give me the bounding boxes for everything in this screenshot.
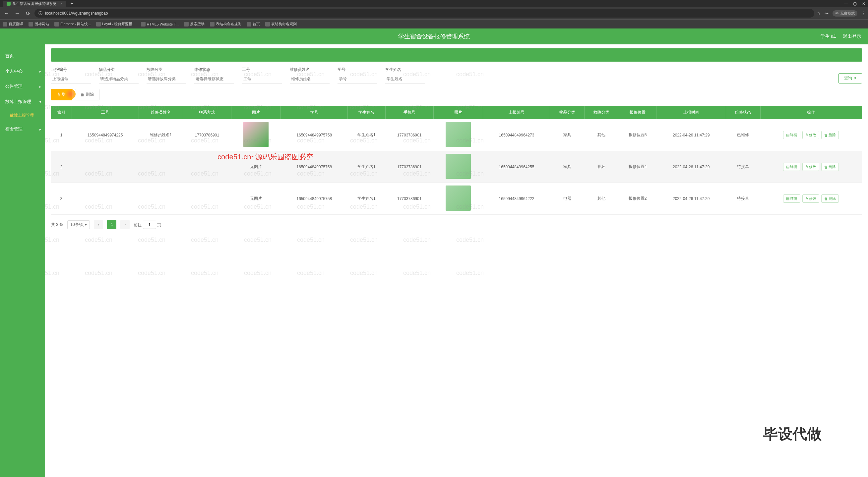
bookmark-icon <box>184 22 189 27</box>
url-input[interactable]: ⓘ localhost:8081/#/guzhangshangbao <box>34 9 814 18</box>
student-photo <box>445 154 471 179</box>
menu-icon[interactable]: ⋮ <box>861 11 865 15</box>
bookmark-item[interactable]: 百度翻译 <box>3 22 23 27</box>
watermark-text: code51.cn <box>403 237 431 243</box>
incognito-badge: 👁 无痕模式 <box>833 10 858 16</box>
item-cat-select[interactable] <box>99 74 138 83</box>
detail-button[interactable]: ▤详情 <box>783 163 800 171</box>
back-button[interactable]: ← <box>3 9 10 17</box>
minimize-button[interactable]: — <box>844 1 848 6</box>
watermark-text: code51.cn <box>456 237 484 243</box>
trash-icon: 🗑 <box>824 133 828 137</box>
watermark-text: code51.cn <box>297 270 324 277</box>
td-student-name: 学生姓名1 <box>348 183 385 215</box>
new-tab-button[interactable]: + <box>68 1 76 7</box>
delete-button[interactable]: 🗑 删除 <box>75 89 99 100</box>
watermark-text: code51.cn <box>244 237 272 243</box>
td-time: 2022-04-26 11:47:29 <box>656 183 726 215</box>
bookmark-item[interactable]: 表结构命名规则 <box>210 22 241 27</box>
filter-label: 维修状态 <box>194 67 234 73</box>
th: 图片 <box>231 106 281 119</box>
edit-button[interactable]: ✎修改 <box>802 131 819 139</box>
bookmark-item[interactable]: Layui - 经典开源模... <box>96 22 135 27</box>
td-time: 2022-04-26 11:47:29 <box>656 151 726 183</box>
student-no-input[interactable] <box>338 74 377 83</box>
main-content: 上报编号 物品分类 故障分类 维修状态 工号 维修员姓名 <box>45 44 868 477</box>
row-delete-button[interactable]: 🗑删除 <box>821 131 839 139</box>
td-item-cat: 电器 <box>550 183 585 215</box>
watermark-text: code51.cn <box>138 270 165 277</box>
page-size-select[interactable]: 10条/页 ▾ <box>67 220 90 229</box>
bookmark-item[interactable]: 表结构命名规则 <box>265 22 297 27</box>
bookmark-icon <box>265 22 270 27</box>
query-button[interactable]: 查询 ⚲ <box>838 73 862 83</box>
watermark-text: code51.cn <box>350 44 378 45</box>
repair-status-select[interactable] <box>194 74 234 83</box>
student-name-input[interactable] <box>385 74 425 83</box>
browser-tab[interactable]: 学生宿舍设备报修管理系统 × <box>3 1 66 7</box>
td-worker-no <box>72 183 138 215</box>
td-loc: 报修位置4 <box>619 151 656 183</box>
td-status: 待接单 <box>726 183 761 215</box>
th: 物品分类 <box>550 106 585 119</box>
bookmark-item[interactable]: 图标网站 <box>29 22 49 27</box>
detail-button[interactable]: ▤详情 <box>783 195 800 203</box>
fault-cat-select[interactable] <box>147 74 186 83</box>
worker-name-input[interactable] <box>290 74 330 83</box>
window-controls: — ▢ ✕ <box>844 1 865 6</box>
add-button[interactable]: 新增 <box>51 89 72 100</box>
star-icon[interactable]: ☆ <box>817 11 820 15</box>
bookmark-icon <box>96 22 101 27</box>
sidebar-item-profile[interactable]: 个人中心 <box>0 64 45 79</box>
report-no-input[interactable] <box>51 74 91 83</box>
watermark-big: 毕设代做 <box>763 424 822 444</box>
td-worker-name <box>138 183 183 215</box>
close-window-button[interactable]: ✕ <box>862 1 865 6</box>
bookmark-item[interactable]: Element - 网站快... <box>54 22 91 27</box>
sidebar-item-dorm[interactable]: 宿舍管理 <box>0 122 45 137</box>
close-tab-icon[interactable]: × <box>60 2 62 6</box>
td-photo <box>433 151 483 183</box>
sidebar-item-notice[interactable]: 公告管理 <box>0 79 45 94</box>
td-idx: 1 <box>51 119 72 151</box>
detail-button[interactable]: ▤详情 <box>783 131 800 139</box>
table-row: 3 无图片 1650944849975758 学生姓名1 17703786901… <box>51 183 862 215</box>
bookmark-item[interactable]: 搜索壁纸 <box>184 22 205 27</box>
sidebar: 首页 个人中心 公告管理 故障上报管理 故障上报管理 宿舍管理 <box>0 44 45 477</box>
next-page-button[interactable]: › <box>120 220 130 229</box>
td-item-cat: 家具 <box>550 119 585 151</box>
bookmarks-bar: 百度翻译 图标网站 Element - 网站快... Layui - 经典开源模… <box>0 19 868 29</box>
td-img <box>231 119 281 151</box>
user-label[interactable]: 学生 a1 <box>820 33 836 39</box>
th: 联系方式 <box>183 106 231 119</box>
no-image-text: 无图片 <box>250 164 262 169</box>
page-number-button[interactable]: 1 <box>107 220 116 229</box>
edit-button[interactable]: ✎修改 <box>802 195 819 203</box>
sidebar-item-fault-report[interactable]: 故障上报管理 <box>0 94 45 109</box>
key-icon[interactable]: ⊶ <box>825 11 829 15</box>
bookmark-icon <box>54 22 59 27</box>
no-image-text: 无图片 <box>250 196 262 201</box>
sidebar-item-home[interactable]: 首页 <box>0 48 45 64</box>
watermark-text: code51.cn <box>244 270 272 277</box>
row-delete-button[interactable]: 🗑删除 <box>821 163 839 171</box>
bookmark-item[interactable]: HTML5 Website T... <box>141 22 179 27</box>
logout-link[interactable]: 退出登录 <box>843 33 861 39</box>
bookmark-item[interactable]: 首页 <box>247 22 260 27</box>
edit-icon: ✎ <box>805 133 808 137</box>
breadcrumb-bar <box>51 48 862 62</box>
td-fault-cat: 损坏 <box>585 151 619 183</box>
prev-page-button[interactable]: ‹ <box>94 220 103 229</box>
page-jump-input[interactable] <box>143 220 156 229</box>
td-status: 已维修 <box>726 119 761 151</box>
forward-button[interactable]: → <box>13 9 21 17</box>
maximize-button[interactable]: ▢ <box>853 1 857 6</box>
edit-button[interactable]: ✎修改 <box>802 163 819 171</box>
row-delete-button[interactable]: 🗑删除 <box>821 195 839 203</box>
td-worker-name: 维修员姓名1 <box>138 119 183 151</box>
worker-no-input[interactable] <box>242 74 282 83</box>
reload-button[interactable]: ⟳ <box>24 9 32 17</box>
sidebar-subitem-fault-report[interactable]: 故障上报管理 <box>0 109 45 122</box>
table-row: 1 1650944849974225 维修员姓名1 17703786901 16… <box>51 119 862 151</box>
doc-icon: ▤ <box>786 197 789 201</box>
